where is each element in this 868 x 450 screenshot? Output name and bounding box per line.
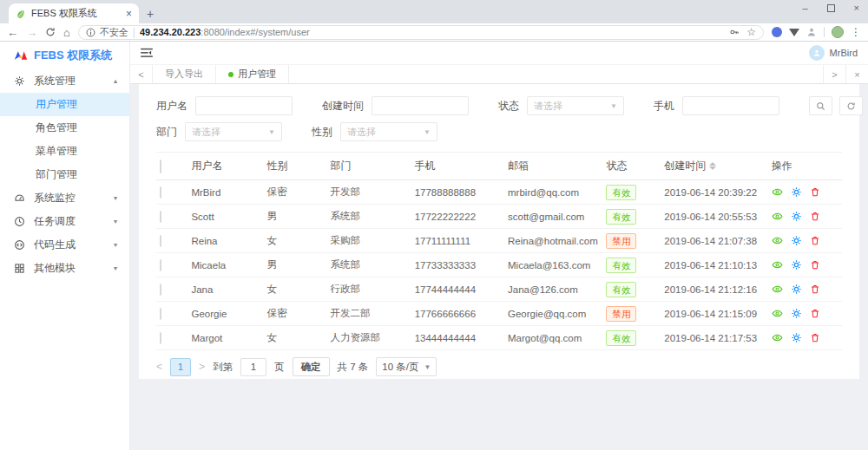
window-close-button[interactable]: × — [854, 3, 859, 13]
column-header: 操作 — [768, 153, 842, 180]
view-user-icon[interactable] — [772, 235, 783, 246]
app-header: MrBird — [130, 42, 868, 65]
sidebar-subitem[interactable]: 部门管理 — [0, 163, 129, 186]
sidebar-item-label: 系统管理 — [34, 74, 76, 88]
leaf-favicon-icon — [16, 9, 26, 19]
window-maximize-button[interactable] — [827, 4, 835, 12]
view-user-icon[interactable] — [772, 186, 783, 198]
view-user-icon[interactable] — [772, 211, 783, 222]
row-checkbox[interactable] — [160, 332, 161, 344]
delete-user-icon[interactable] — [810, 308, 821, 319]
tabs-scroll-right-icon[interactable]: > — [823, 65, 845, 83]
new-tab-button[interactable]: + — [139, 3, 161, 23]
password-key-icon[interactable] — [729, 27, 740, 37]
select-placeholder: 请选择 — [347, 126, 424, 139]
extension-v-icon[interactable] — [789, 29, 799, 36]
sidebar-subitem[interactable]: 菜单管理 — [0, 140, 129, 163]
sidebar-item-task-schedule[interactable]: 任务调度▼ — [0, 210, 129, 233]
sidebar-item-code-generate[interactable]: 代码生成▼ — [0, 233, 129, 257]
menu-fold-icon[interactable] — [141, 48, 153, 58]
username-input[interactable] — [195, 96, 293, 115]
gender-select[interactable]: 请选择▼ — [340, 122, 437, 141]
row-checkbox[interactable] — [160, 308, 161, 320]
column-header: 用户名 — [187, 153, 263, 180]
delete-user-icon[interactable] — [810, 235, 821, 246]
search-button[interactable] — [809, 96, 832, 115]
username-label[interactable]: MrBird — [830, 48, 858, 58]
tabs-close-icon[interactable]: × — [845, 65, 868, 83]
column-header[interactable]: 创建时间 — [661, 153, 768, 180]
view-user-icon[interactable] — [772, 308, 783, 319]
cell-phone: 17744444444 — [411, 277, 504, 302]
confirm-button[interactable]: 确定 — [293, 357, 330, 376]
cell-dept: 系统部 — [326, 205, 411, 229]
edit-user-icon[interactable] — [791, 259, 802, 271]
home-icon[interactable]: ⌂ — [63, 27, 70, 38]
omnibox-divider: | — [133, 26, 135, 38]
app-logo[interactable]: FEBS 权限系统 — [0, 42, 129, 69]
delete-user-icon[interactable] — [810, 284, 821, 295]
view-user-icon[interactable] — [772, 332, 783, 343]
refresh-button[interactable] — [839, 96, 863, 115]
sidebar-subitem[interactable]: 角色管理 — [0, 116, 129, 140]
create-time-input[interactable] — [372, 96, 469, 115]
grid-icon — [14, 263, 26, 275]
edit-user-icon[interactable] — [791, 332, 802, 343]
browser-tab-title: FEBS 权限系统 — [31, 7, 121, 20]
sidebar: FEBS 权限系统 系统管理▲用户管理角色管理菜单管理部门管理系统监控▼任务调度… — [0, 42, 130, 450]
dept-select[interactable]: 请选择▼ — [185, 122, 282, 141]
refresh-icon — [846, 101, 856, 111]
tab-close-icon[interactable]: × — [126, 8, 132, 20]
goto-label: 到第 — [213, 361, 233, 374]
extension-person-icon[interactable] — [806, 27, 817, 37]
user-avatar[interactable] — [809, 45, 825, 61]
row-checkbox[interactable] — [160, 211, 161, 223]
bookmark-star-icon[interactable]: ☆ — [746, 26, 756, 38]
chevron-down-icon: ▼ — [112, 218, 118, 225]
url-path: :8080/index#/system/user — [201, 27, 309, 37]
browser-profile-avatar[interactable] — [832, 26, 844, 38]
sidebar-item-system-manage[interactable]: 系统管理▲ — [0, 69, 129, 93]
address-bar[interactable]: 不安全 | 49.234.20.223:8080/index#/system/u… — [78, 25, 764, 40]
page-label: 页 — [274, 361, 285, 374]
extension-blue-icon[interactable] — [772, 27, 782, 37]
delete-user-icon[interactable] — [810, 211, 821, 222]
page-size-select[interactable]: 10 条/页 ▼ — [376, 357, 437, 376]
sidebar-subitem[interactable]: 用户管理 — [0, 93, 129, 116]
sort-icon[interactable] — [709, 162, 716, 170]
info-icon[interactable] — [86, 28, 95, 37]
tabs-scroll-left-icon[interactable]: < — [130, 65, 153, 83]
view-user-icon[interactable] — [772, 284, 783, 295]
edit-user-icon[interactable] — [791, 308, 802, 319]
delete-user-icon[interactable] — [810, 259, 821, 271]
row-checkbox[interactable] — [160, 186, 161, 199]
browser-tab[interactable]: FEBS 权限系统 × — [9, 3, 139, 23]
delete-user-icon[interactable] — [810, 332, 821, 343]
chevron-down-icon: ▼ — [610, 102, 617, 110]
row-checkbox[interactable] — [160, 235, 161, 247]
reload-icon[interactable] — [45, 27, 56, 37]
page-number-button[interactable]: 1 — [170, 358, 191, 376]
edit-user-icon[interactable] — [791, 284, 802, 295]
edit-user-icon[interactable] — [791, 211, 802, 222]
back-icon[interactable]: ← — [7, 27, 18, 38]
goto-page-input[interactable]: 1 — [240, 358, 266, 376]
select-all-checkbox[interactable] — [160, 160, 161, 173]
page-tab[interactable]: 导入导出 — [153, 65, 216, 83]
edit-user-icon[interactable] — [791, 186, 802, 198]
phone-input[interactable] — [682, 96, 779, 115]
filter-group-username: 用户名 — [156, 96, 293, 115]
row-checkbox[interactable] — [160, 284, 161, 296]
row-checkbox[interactable] — [160, 259, 161, 271]
window-minimize-button[interactable]: – — [802, 3, 807, 13]
delete-user-icon[interactable] — [810, 186, 821, 198]
status-select[interactable]: 请选择▼ — [527, 96, 624, 115]
prev-page-icon[interactable]: < — [156, 361, 162, 373]
page-tab[interactable]: 用户管理 — [216, 65, 289, 83]
sidebar-item-system-monitor[interactable]: 系统监控▼ — [0, 186, 129, 210]
view-user-icon[interactable] — [772, 259, 783, 271]
browser-menu-icon[interactable]: ⋮ — [851, 26, 861, 38]
next-page-icon[interactable]: > — [199, 361, 205, 373]
sidebar-item-other-modules[interactable]: 其他模块▼ — [0, 257, 129, 280]
edit-user-icon[interactable] — [791, 235, 802, 246]
